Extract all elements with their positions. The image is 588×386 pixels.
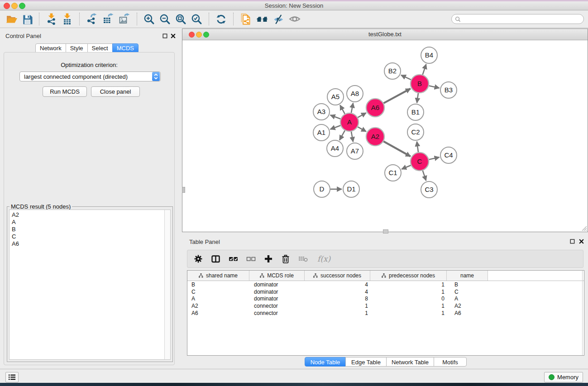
table-row-A2[interactable]: A2connector11A2 — [187, 302, 584, 310]
cell-successor-nodes[interactable]: 8 — [305, 295, 370, 302]
edge-A2-C[interactable] — [383, 141, 411, 156]
minimize-window-button[interactable] — [11, 3, 18, 9]
open-session-button[interactable] — [6, 12, 18, 26]
edge-B-B3[interactable] — [429, 86, 440, 88]
cell-predecessor-nodes[interactable]: 1 — [370, 303, 447, 309]
network-window-titlebar[interactable]: testGlobe.txt — [182, 29, 588, 40]
cell-mcds-role[interactable]: connector — [249, 303, 305, 309]
cell-successor-nodes[interactable]: 1 — [305, 303, 370, 309]
column-header-shared-name[interactable]: shared name — [187, 271, 249, 281]
edge-A-A4[interactable] — [339, 130, 345, 140]
result-item[interactable]: C — [10, 233, 170, 240]
edge-A-A6[interactable] — [358, 113, 366, 117]
cell-shared-name[interactable]: B — [187, 281, 249, 288]
select-all-button[interactable] — [229, 254, 238, 263]
cell-shared-name[interactable]: A6 — [187, 310, 249, 316]
cell-shared-name[interactable]: C — [187, 289, 249, 295]
function-builder-button[interactable]: f(x) — [316, 254, 330, 263]
zoom-window-button[interactable] — [19, 3, 25, 9]
task-history-button[interactable] — [5, 372, 19, 382]
edge-A-A2[interactable] — [358, 127, 366, 131]
tab-motifs[interactable]: Motifs — [434, 357, 467, 367]
cell-name[interactable]: A — [447, 295, 488, 302]
show-columns-button[interactable] — [211, 254, 220, 263]
edge-A-A1[interactable] — [330, 125, 341, 129]
export-network-button[interactable] — [86, 12, 98, 26]
tab-node-table[interactable]: Node Table — [305, 357, 346, 367]
import-table-button[interactable] — [62, 12, 73, 26]
mcds-result-list[interactable]: A2ABCA6 — [9, 210, 171, 360]
edge-A6-B[interactable] — [384, 89, 411, 103]
edge-C-C2[interactable] — [417, 142, 418, 152]
network-graph[interactable]: B4B2BB3A5A8A6A3AB1A1C2A2A4A7C4CC1C3DD1 — [182, 40, 587, 232]
edge-B-B1[interactable] — [417, 93, 418, 103]
float-panel-icon[interactable] — [163, 33, 167, 38]
column-header-mcds-role[interactable]: MCDS role — [249, 271, 305, 281]
cell-predecessor-nodes[interactable]: 1 — [370, 310, 447, 316]
search-field[interactable] — [451, 14, 584, 24]
graph-node-D1[interactable]: D1 — [343, 181, 359, 197]
tab-edge-table[interactable]: Edge Table — [345, 357, 387, 367]
cell-predecessor-nodes[interactable]: 0 — [370, 295, 447, 302]
column-header-successor-nodes[interactable]: successor nodes — [305, 271, 370, 281]
close-window-button[interactable] — [4, 3, 10, 9]
edge-C-C4[interactable] — [429, 157, 440, 160]
edge-B-B2[interactable] — [401, 75, 411, 80]
network-canvas[interactable]: B4B2BB3A5A8A6A3AB1A1C2A2A4A7C4CC1C3DD1 — [182, 40, 588, 232]
result-item[interactable]: B — [10, 226, 170, 233]
float-panel-icon[interactable] — [570, 239, 575, 244]
edge-C-C3[interactable] — [423, 171, 426, 181]
graph-node-B3[interactable]: B3 — [440, 82, 457, 98]
graph-node-B[interactable]: B — [411, 75, 429, 93]
network-from-selection-button[interactable] — [240, 12, 252, 26]
graph-node-A1[interactable]: A1 — [313, 124, 330, 141]
export-image-button[interactable] — [119, 12, 130, 26]
edge-A-A5[interactable] — [340, 105, 345, 114]
zoom-out-button[interactable] — [159, 12, 171, 26]
refresh-button[interactable] — [215, 12, 227, 26]
edge-C-C1[interactable] — [402, 165, 411, 169]
graph-node-B2[interactable]: B2 — [384, 63, 401, 79]
cell-name[interactable]: C — [447, 289, 488, 295]
graph-node-A3[interactable]: A3 — [313, 104, 330, 120]
minimize-view-button[interactable] — [196, 32, 202, 38]
cell-shared-name[interactable]: A — [187, 295, 249, 302]
resize-grip-icon[interactable] — [581, 225, 587, 231]
zoom-fit-button[interactable] — [175, 12, 186, 26]
graph-node-C1[interactable]: C1 — [385, 165, 401, 181]
cell-name[interactable]: A2 — [447, 303, 488, 309]
graph-node-C[interactable]: C — [411, 152, 429, 171]
column-header-predecessor-nodes[interactable]: predecessor nodes — [370, 271, 447, 281]
result-item[interactable]: A6 — [10, 240, 170, 248]
cell-shared-name[interactable]: A2 — [187, 303, 249, 309]
cell-successor-nodes[interactable]: 1 — [305, 310, 370, 316]
edge-A-A8[interactable] — [351, 103, 353, 113]
result-scrollbar[interactable] — [164, 210, 170, 359]
graph-node-C3[interactable]: C3 — [421, 181, 437, 198]
graph-node-C2[interactable]: C2 — [407, 124, 424, 140]
graph-node-A5[interactable]: A5 — [327, 89, 344, 105]
criterion-dropdown[interactable]: largest connected component (directed) — [19, 71, 161, 81]
cell-successor-nodes[interactable]: 4 — [305, 281, 370, 288]
graph-node-B4[interactable]: B4 — [421, 47, 437, 63]
cell-mcds-role[interactable]: dominator — [249, 281, 305, 288]
table-row-B[interactable]: Bdominator41B — [187, 281, 584, 288]
show-all-button[interactable] — [289, 12, 301, 26]
graph-node-A[interactable]: A — [340, 113, 359, 131]
run-mcds-button[interactable]: Run MCDS — [43, 86, 87, 97]
close-panel-icon[interactable] — [579, 239, 584, 244]
result-item[interactable]: A2 — [10, 210, 170, 219]
graph-node-A2[interactable]: A2 — [366, 128, 384, 146]
add-row-button[interactable] — [264, 254, 273, 263]
delete-row-button[interactable] — [281, 254, 290, 264]
close-panel-icon[interactable] — [171, 33, 176, 38]
graph-node-A8[interactable]: A8 — [347, 86, 363, 102]
zoom-view-button[interactable] — [203, 32, 209, 38]
close-panel-button[interactable]: Close panel — [91, 86, 140, 97]
graph-node-A6[interactable]: A6 — [366, 99, 384, 117]
cell-name[interactable]: A6 — [447, 310, 488, 316]
graph-node-B1[interactable]: B1 — [407, 104, 424, 120]
table-row-C[interactable]: Cdominator41C — [187, 288, 584, 295]
tab-network-table[interactable]: Network Table — [386, 357, 434, 367]
cell-mcds-role[interactable]: connector — [249, 310, 305, 316]
